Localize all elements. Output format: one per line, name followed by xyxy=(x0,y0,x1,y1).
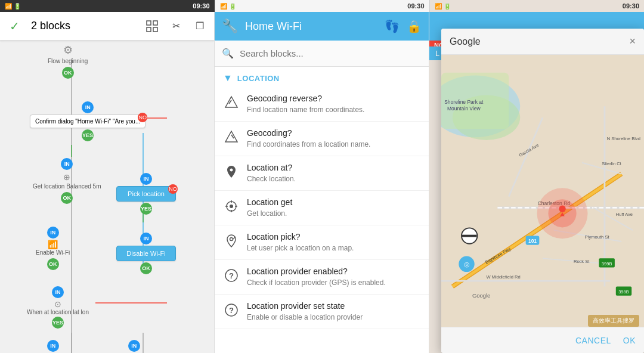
wrench-icon: 🔧 xyxy=(222,18,238,34)
map-svg: Shoreline Park at Mountain View Bayshore… xyxy=(441,55,644,327)
flow-toolbar: ✓ 2 blocks ✂ ❐ xyxy=(0,12,214,41)
copy-icon[interactable]: ❐ xyxy=(193,19,207,33)
block-title-location-at: Location at? xyxy=(247,162,420,173)
lock-icon[interactable]: 🔒 xyxy=(407,19,422,33)
dialog-close-button[interactable]: × xyxy=(629,35,636,48)
svg-rect-1 xyxy=(153,21,157,25)
svg-marker-12 xyxy=(225,97,237,107)
node-get-location[interactable]: IN ⊕ Get location Balanced 5m OK xyxy=(33,157,101,205)
svg-marker-14 xyxy=(225,131,237,142)
search-panel: 🔧 Home Wi-Fi 👣 🔒 🔍 ▼ LOCATION Geocoding … xyxy=(215,12,429,353)
svg-text:Stierlin Ct: Stierlin Ct xyxy=(602,162,622,167)
right-time: 09:30 xyxy=(623,2,639,10)
block-title-location-pick: Location pick? xyxy=(247,231,420,242)
map-panel: Google × Shoreline Park at Mountain View xyxy=(429,12,644,353)
search-toolbar: 🔧 Home Wi-Fi 👣 🔒 xyxy=(215,12,429,41)
svg-text:◎: ◎ xyxy=(464,261,470,268)
geocoding-icon xyxy=(223,129,240,145)
section-header-location: ▼ LOCATION xyxy=(215,67,429,87)
svg-rect-0 xyxy=(147,21,151,25)
svg-text:Huff Ave: Huff Ave xyxy=(616,212,633,218)
node-pick-location[interactable]: IN Pick location NO YES xyxy=(116,172,176,216)
section-label: LOCATION xyxy=(237,74,280,83)
location-provider-set-state-icon: ? xyxy=(223,302,240,318)
block-desc-geocoding-reverse: Find location name from coordinates. xyxy=(247,105,420,115)
check-icon[interactable]: ✓ xyxy=(7,19,21,33)
middle-time: 09:30 xyxy=(407,2,424,10)
block-desc-geocoding: Find coordinates from a location name. xyxy=(247,140,420,150)
search-icon: 🔍 xyxy=(222,48,234,59)
left-signal-icons: 📶🔋 xyxy=(5,3,21,10)
block-item-location-get[interactable]: Location get Get location. xyxy=(215,191,429,225)
footprint-icon[interactable]: 👣 xyxy=(385,19,400,33)
middle-signal-icons: 📶🔋 xyxy=(220,3,236,10)
google-dialog: Google × Shoreline Park at Mountain View xyxy=(441,29,644,353)
left-time: 09:30 xyxy=(193,2,209,10)
dialog-ok-button[interactable]: OK xyxy=(623,336,636,345)
svg-text:?: ? xyxy=(229,271,234,280)
svg-text:W Middlefield Rd: W Middlefield Rd xyxy=(487,274,521,280)
right-signal-icons: 📶🔋 xyxy=(435,3,451,10)
svg-text:Shoreline Park at: Shoreline Park at xyxy=(444,99,484,105)
dialog-footer: Cancel OK xyxy=(441,327,644,353)
watermark: 高效率工具搜罗 xyxy=(588,315,639,327)
location-at-icon xyxy=(223,163,240,180)
svg-rect-3 xyxy=(153,27,157,32)
search-bar: 🔍 xyxy=(215,41,429,67)
node-disable-wifi-2[interactable]: IN 📶 Disable Wi-Fi OK xyxy=(116,339,151,353)
block-desc-location-get: Get location. xyxy=(247,209,420,219)
svg-text:101: 101 xyxy=(528,238,537,244)
node-confirm-dialog[interactable]: IN Confirm dialog "Home Wi-Fi" "Are you.… xyxy=(30,100,145,143)
block-desc-location-provider-set-state: Enable or disable a location provider xyxy=(247,312,420,323)
svg-point-17 xyxy=(230,205,233,208)
svg-point-59 xyxy=(559,206,565,212)
block-title-geocoding: Geocoding? xyxy=(247,128,420,138)
block-desc-location-pick: Let user pick a location on a map. xyxy=(247,243,420,253)
block-desc-location-at: Check location. xyxy=(247,174,420,184)
svg-text:Rock St: Rock St xyxy=(574,259,590,264)
block-desc-location-provider-enabled: Check if location provider (GPS) is enab… xyxy=(247,278,420,288)
block-item-location-provider-enabled[interactable]: ? Location provider enabled? Check if lo… xyxy=(215,260,429,295)
search-input[interactable] xyxy=(240,48,422,58)
svg-text:Google: Google xyxy=(472,292,490,299)
block-list: Geocoding reverse? Find location name fr… xyxy=(215,87,429,353)
block-item-geocoding-reverse[interactable]: Geocoding reverse? Find location name fr… xyxy=(215,87,429,122)
block-item-location-at[interactable]: Location at? Check location. xyxy=(215,156,429,191)
location-pick-icon xyxy=(223,233,240,249)
status-bar-right: 📶🔋 09:30 xyxy=(429,0,645,12)
status-bar-left: 📶🔋 09:30 xyxy=(0,0,215,12)
dialog-header: Google × xyxy=(441,29,644,55)
section-collapse-icon[interactable]: ▼ xyxy=(223,73,233,83)
flow-panel: ✓ 2 blocks ✂ ❐ xyxy=(0,12,215,353)
geocoding-reverse-icon xyxy=(223,94,240,111)
svg-rect-2 xyxy=(147,27,151,32)
node-disable-wifi-1[interactable]: IN Disable Wi-Fi OK xyxy=(116,231,176,275)
grid-icon[interactable] xyxy=(145,19,159,33)
status-bar-middle: 📶🔋 09:30 xyxy=(215,0,429,12)
svg-text:Mountain View: Mountain View xyxy=(447,106,481,112)
svg-text:?: ? xyxy=(229,306,234,315)
node-when-at-location[interactable]: IN ⊙ When at location lat lon YES xyxy=(27,285,89,330)
location-provider-enabled-icon: ? xyxy=(223,267,240,284)
svg-text:N Shoreline Blvd: N Shoreline Blvd xyxy=(607,136,640,141)
map-content: Shoreline Park at Mountain View Bayshore… xyxy=(441,55,644,327)
flow-title: 2 blocks xyxy=(31,20,135,32)
scissors-icon[interactable]: ✂ xyxy=(169,19,183,33)
node-enable-wifi-1[interactable]: IN 📶 Enable Wi-Fi OK xyxy=(36,225,70,271)
block-item-location-pick[interactable]: Location pick? Let user pick a location … xyxy=(215,225,429,260)
svg-text:398B: 398B xyxy=(618,289,629,295)
node-enable-wifi-2[interactable]: IN 📶 Enable Wi-Fi OK xyxy=(36,339,70,353)
block-title-location-provider-set-state: Location provider set state xyxy=(247,301,420,311)
block-title-geocoding-reverse: Geocoding reverse? xyxy=(247,93,420,104)
location-get-icon xyxy=(223,198,240,215)
block-item-geocoding[interactable]: Geocoding? Find coordinates from a locat… xyxy=(215,122,429,156)
block-item-location-provider-set-state[interactable]: ? Location provider set state Enable or … xyxy=(215,295,429,329)
flow-canvas: ⚙ Flow beginning OK IN Confirm dialog "H… xyxy=(0,41,214,353)
block-title-location-get: Location get xyxy=(247,197,420,208)
dialog-title: Google xyxy=(450,36,629,47)
svg-text:399B: 399B xyxy=(602,261,612,267)
node-flow-beginning[interactable]: ⚙ Flow beginning OK xyxy=(48,44,88,80)
search-toolbar-title: Home Wi-Fi xyxy=(245,20,377,33)
dialog-cancel-button[interactable]: Cancel xyxy=(575,336,611,345)
block-title-location-provider-enabled: Location provider enabled? xyxy=(247,266,420,277)
